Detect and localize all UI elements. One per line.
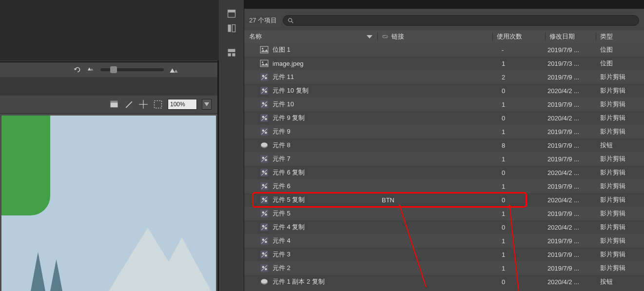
library-row[interactable]: 元件 1012019/7/9 ...影片剪辑 — [244, 97, 644, 111]
mountain-large-icon — [169, 65, 177, 74]
library-row[interactable]: 位图 1-2019/7/9 ...位图 — [244, 43, 644, 57]
stage-preview-dark — [0, 0, 219, 60]
stage-tool-row: 100% — [0, 96, 217, 113]
mc-icon — [260, 73, 269, 81]
item-name: 元件 10 — [273, 100, 294, 109]
registration-icon[interactable] — [138, 99, 148, 109]
library-row[interactable]: 元件 10 复制02020/4/2 ...影片剪辑 — [244, 84, 644, 97]
panel-titlebar — [244, 0, 644, 9]
library-row[interactable]: 元件 412019/7/9 ...影片剪辑 — [244, 234, 644, 248]
item-type: 影片剪辑 — [596, 100, 644, 109]
library-row[interactable]: 元件 912019/7/9 ...影片剪辑 — [244, 125, 644, 138]
item-use-count: 0 — [493, 115, 546, 122]
item-use-count: 0 — [493, 87, 546, 95]
item-type: 影片剪辑 — [596, 155, 644, 163]
library-header-row: 名称 链接 使用次数 修改日期 类型 — [244, 30, 644, 43]
library-row[interactable]: image.jpeg12019/7/3 ...位图 — [244, 57, 644, 70]
svg-rect-15 — [228, 49, 235, 52]
mountain-small-icon — [87, 65, 96, 74]
bitmap-icon — [260, 59, 269, 68]
library-body[interactable]: 位图 1-2019/7/9 ...位图image.jpeg12019/7/3 .… — [244, 43, 644, 291]
library-row[interactable]: 元件 312019/7/9 ...影片剪辑 — [244, 248, 644, 261]
mc-icon — [260, 250, 269, 259]
undo-icon[interactable] — [73, 65, 82, 74]
item-date: 2019/7/9 ... — [546, 101, 596, 108]
clapper-icon[interactable] — [109, 99, 119, 109]
item-name: 元件 9 — [273, 127, 291, 136]
item-use-count: 8 — [493, 142, 546, 149]
zoom-dropdown[interactable] — [202, 99, 212, 110]
column-header-date[interactable]: 修改日期 — [546, 32, 596, 41]
item-use-count: 1 — [493, 60, 546, 67]
item-use-count: 0 — [493, 224, 546, 231]
item-use-count: 1 — [493, 265, 546, 272]
mc-icon — [260, 100, 269, 109]
item-type: 按钮 — [596, 277, 644, 286]
item-count-label: 27 个项目 — [249, 16, 277, 25]
item-type: 影片剪辑 — [596, 114, 644, 122]
item-name: 元件 6 — [273, 182, 291, 191]
pen-icon[interactable] — [124, 99, 134, 109]
item-use-count: 1 — [493, 101, 546, 108]
library-row[interactable]: 元件 6 复制02020/4/2 ...影片剪辑 — [244, 166, 644, 179]
item-date: 2019/7/9 ... — [546, 155, 596, 163]
mc-icon — [260, 86, 269, 95]
item-name: image.jpeg — [273, 60, 304, 67]
item-use-count: 0 — [493, 169, 546, 176]
library-row[interactable]: 元件 612019/7/9 ...影片剪辑 — [244, 179, 644, 193]
column-header-type[interactable]: 类型 — [596, 32, 644, 41]
library-row[interactable]: 元件 512019/7/9 ...影片剪辑 — [244, 207, 644, 220]
column-header-name[interactable]: 名称 — [244, 32, 378, 41]
dock-icon-2[interactable] — [227, 23, 237, 34]
item-type: 按钮 — [596, 141, 644, 150]
bitmap-icon — [260, 45, 269, 54]
item-date: 2019/7/9 ... — [546, 142, 596, 149]
dock-icon-1[interactable] — [227, 9, 237, 19]
item-name: 元件 1 副本 2 复制 — [273, 277, 325, 286]
item-type: 影片剪辑 — [596, 86, 644, 95]
item-type: 影片剪辑 — [596, 236, 644, 245]
item-type: 影片剪辑 — [596, 264, 644, 272]
column-header-use[interactable]: 使用次数 — [493, 32, 546, 41]
library-row[interactable]: 元件 1122019/7/9 ...影片剪辑 — [244, 70, 644, 84]
stage-viewport[interactable] — [0, 114, 217, 291]
library-row[interactable]: 元件 4 复制02020/4/2 ...影片剪辑 — [244, 220, 644, 234]
library-search-input[interactable] — [283, 15, 639, 26]
item-date: 2019/7/9 ... — [546, 128, 596, 136]
item-date: 2019/7/9 ... — [546, 210, 596, 217]
mc-icon — [260, 195, 269, 204]
item-date: 2019/7/9 ... — [546, 237, 596, 245]
svg-rect-12 — [228, 10, 235, 13]
library-row[interactable]: 元件 1 副本 2 复制02020/4/2 ...按钮 — [244, 275, 644, 289]
item-date: 2019/7/9 ... — [546, 265, 596, 272]
library-row[interactable]: 元件 882019/7/9 ...按钮 — [244, 138, 644, 152]
item-date: 2020/4/2 ... — [546, 224, 596, 231]
easing-slider-row — [0, 62, 217, 77]
mc-icon — [260, 127, 269, 136]
item-type: 影片剪辑 — [596, 195, 644, 204]
svg-rect-16 — [228, 53, 231, 56]
column-header-link[interactable]: 链接 — [378, 32, 493, 41]
item-use-count: 0 — [493, 278, 546, 286]
mc-icon — [260, 209, 269, 218]
library-row[interactable]: 元件 9 复制02020/4/2 ...影片剪辑 — [244, 111, 644, 125]
item-name: 元件 4 — [273, 236, 291, 245]
mc-icon — [260, 264, 269, 272]
library-row[interactable]: 元件 212019/7/9 ...影片剪辑 — [244, 261, 644, 275]
dock-icon-3[interactable] — [227, 48, 237, 58]
mc-icon — [260, 223, 269, 232]
item-name: 位图 1 — [273, 45, 291, 54]
bounding-box-icon[interactable] — [153, 99, 163, 109]
mc-icon — [260, 114, 269, 122]
item-name: 元件 3 — [273, 250, 291, 259]
mc-icon — [260, 182, 269, 191]
svg-rect-14 — [232, 25, 235, 32]
item-name: 元件 6 复制 — [273, 168, 305, 177]
zoom-input[interactable]: 100% — [168, 99, 197, 110]
item-date: 2019/7/9 ... — [546, 46, 596, 54]
library-row[interactable]: 元件 712019/7/9 ...影片剪辑 — [244, 152, 644, 166]
library-row[interactable]: 元件 5 复制BTN02020/4/2 ...影片剪辑 — [244, 193, 644, 207]
item-type: 影片剪辑 — [596, 223, 644, 232]
item-name: 元件 2 — [273, 264, 291, 272]
item-use-count: 1 — [493, 237, 546, 245]
